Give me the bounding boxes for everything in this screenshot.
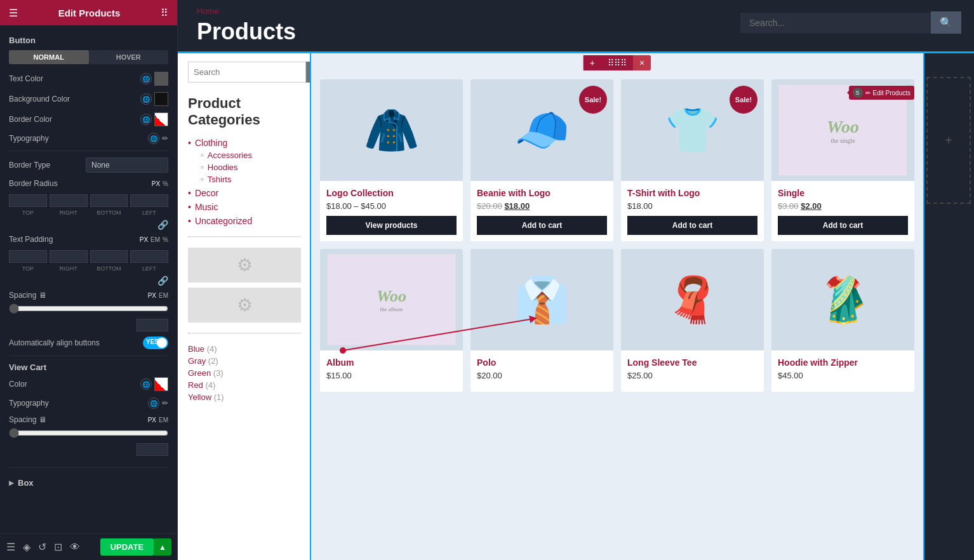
border-radius-right[interactable] (50, 194, 88, 207)
cat-uncategorized-link[interactable]: Uncategorized (188, 216, 301, 226)
vc-color-label: Color (9, 380, 140, 389)
vc-globe-icon[interactable]: 🌐 (140, 378, 152, 390)
border-radius-inputs (9, 194, 168, 207)
product-name-album: Album (326, 357, 457, 368)
color-yellow-link[interactable]: Yellow (1) (188, 392, 301, 402)
vc-spacing-row: Spacing 🖥 PX EM (9, 415, 168, 424)
sidebar-search-input[interactable] (188, 62, 306, 83)
top-bar-left: Home Products (197, 6, 296, 45)
vc-spacing-em[interactable]: EM (159, 417, 168, 423)
bg-color-swatch[interactable] (154, 92, 168, 106)
spacing-value[interactable] (137, 319, 168, 331)
vc-slider-container (9, 428, 168, 441)
text-padding-link-row: 🔗 (9, 276, 168, 286)
elements-icon[interactable]: ◈ (23, 541, 30, 553)
switch-track[interactable]: YES (143, 337, 168, 349)
hover-toggle-btn[interactable]: HOVER (89, 50, 169, 64)
bg-color-globe-icon[interactable]: 🌐 (140, 93, 152, 105)
border-radius-bottom[interactable] (90, 194, 128, 207)
add-widget-area[interactable]: + (926, 77, 971, 204)
border-color-globe-icon[interactable]: 🌐 (140, 114, 152, 125)
product-image-longsleeve: 🧣 (621, 249, 764, 350)
spacing-em[interactable]: EM (159, 292, 168, 299)
typography-edit-icon[interactable]: ✏ (162, 134, 168, 143)
float-toolbar: + ⠿⠿⠿ × (584, 55, 651, 70)
spacing-slider[interactable] (9, 303, 168, 314)
subcat-tshirts-link[interactable]: Tshirts (201, 175, 301, 184)
grid-icon[interactable]: ⠿ (161, 7, 168, 19)
responsive-icon[interactable]: ⊡ (54, 541, 62, 553)
undo-icon[interactable]: ↺ (38, 541, 46, 553)
sale-badge-beanie: Sale! (579, 86, 607, 114)
add-to-cart-beanie-btn[interactable]: Add to cart (477, 216, 607, 235)
color-blue-count: (4) (207, 344, 217, 354)
hamburger-icon[interactable]: ☰ (9, 7, 18, 19)
border-color-swatch[interactable] (154, 112, 168, 126)
color-blue-link[interactable]: Blue (4) (188, 344, 301, 354)
color-red-count: (4) (205, 380, 215, 390)
breadcrumb[interactable]: Home (197, 6, 296, 16)
vc-spacing-slider[interactable] (9, 428, 168, 438)
tp-em[interactable]: EM (150, 236, 160, 243)
float-move-btn[interactable]: ⠿⠿⠿ (601, 55, 633, 70)
text-padding-link-icon[interactable]: 🔗 (157, 276, 168, 286)
product-price-longsleeve: $25.00 (627, 371, 757, 380)
add-to-cart-tshirt-btn[interactable]: Add to cart (627, 216, 757, 235)
box-collapsible-header[interactable]: ▶ Box (9, 474, 168, 491)
vc-color-swatch[interactable] (154, 377, 168, 391)
edit-badge-text: Edit Products (873, 90, 911, 97)
bg-color-row: Background Color 🌐 (9, 92, 168, 106)
product-grid-row-2: Woo the album Album $15.00 👔 (320, 249, 914, 392)
cat-decor-link[interactable]: Decor (188, 188, 301, 198)
text-padding-top[interactable] (9, 250, 47, 263)
color-red-link[interactable]: Red (4) (188, 380, 301, 390)
float-close-btn[interactable]: × (633, 55, 651, 70)
box-label: Box (18, 478, 34, 488)
text-color-globe-icon[interactable]: 🌐 (140, 73, 152, 84)
border-radius-link-icon[interactable]: 🔗 (157, 220, 168, 230)
label-bottom: BOTTOM (90, 210, 128, 216)
product-price-tshirt: $18.00 (627, 201, 757, 211)
border-radius-pct[interactable]: % (163, 180, 168, 187)
text-color-swatch[interactable] (154, 72, 168, 86)
subcat-accessories-link[interactable]: Accessories (201, 150, 301, 160)
border-radius-px[interactable]: PX (152, 180, 160, 187)
cat-music-link[interactable]: Music (188, 202, 301, 212)
border-radius-left[interactable] (130, 194, 168, 207)
product-image-hoodie: 🥻 (771, 249, 914, 350)
add-to-cart-single-btn[interactable]: Add to cart (778, 216, 908, 235)
search-button[interactable]: 🔍 (931, 11, 961, 34)
vc-spacing-px[interactable]: PX (148, 417, 156, 423)
update-dropdown-btn[interactable]: ▲ (154, 538, 171, 556)
sidebar-search-button[interactable]: 🔍 (306, 62, 311, 83)
vc-typo-globe-icon[interactable]: 🌐 (148, 397, 159, 409)
typography-globe-icon[interactable]: 🌐 (148, 133, 159, 144)
product-info-longsleeve: Long Sleeve Tee $25.00 (621, 350, 764, 392)
tp-px[interactable]: PX (140, 236, 148, 243)
update-button[interactable]: UPDATE (100, 538, 154, 556)
layers-icon[interactable]: ☰ (6, 541, 15, 553)
color-gray-link[interactable]: Gray (2) (188, 356, 301, 366)
view-products-btn[interactable]: View products (326, 216, 457, 235)
vc-spacing-value[interactable] (137, 443, 168, 456)
label-right: RIGHT (50, 210, 88, 216)
label-top: TOP (9, 210, 47, 216)
search-input[interactable] (740, 13, 931, 33)
border-radius-row: Border Radius PX % (9, 179, 168, 188)
text-padding-left[interactable] (130, 250, 168, 263)
border-radius-top[interactable] (9, 194, 47, 207)
cat-clothing-link[interactable]: Clothing (188, 138, 301, 148)
spacing-px[interactable]: PX (148, 292, 156, 299)
float-add-btn[interactable]: + (584, 55, 601, 70)
vc-typo-edit-icon[interactable]: ✏ (162, 399, 168, 408)
product-info-single: Single $3.00 $2.00 Add to cart (771, 181, 914, 241)
tp-pct[interactable]: % (163, 236, 168, 243)
border-type-select[interactable]: None Solid Dashed (86, 157, 168, 173)
color-green-link[interactable]: Green (3) (188, 368, 301, 378)
preview-icon[interactable]: 👁 (70, 542, 80, 553)
normal-toggle-btn[interactable]: NORMAL (9, 50, 89, 64)
text-padding-bottom[interactable] (90, 250, 128, 263)
auto-align-toggle[interactable]: YES (143, 337, 168, 349)
subcat-hoodies-link[interactable]: Hoodies (201, 163, 301, 172)
text-padding-right[interactable] (50, 250, 88, 263)
